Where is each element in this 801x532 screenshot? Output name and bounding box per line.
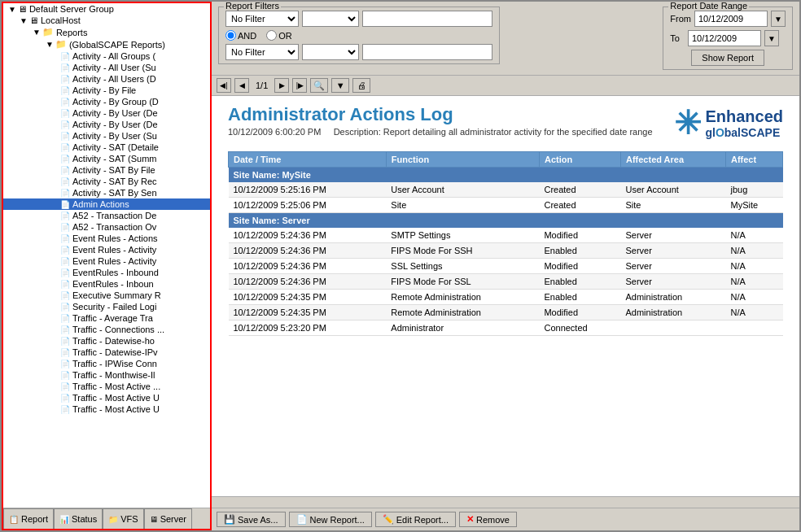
- list-item[interactable]: 📄 Activity - By Group (D: [3, 96, 210, 107]
- list-item[interactable]: 📄 EventRules - Inbound: [3, 267, 210, 278]
- radio-group: AND OR: [225, 30, 492, 41]
- filter2-select1[interactable]: No Filter: [225, 44, 299, 60]
- report-header: Administrator Actions Log 10/12/2009 6:0…: [228, 104, 783, 143]
- list-item[interactable]: 📄 Event Rules - Activity: [3, 244, 210, 255]
- list-item[interactable]: 📄 Traffic - Most Active U: [3, 403, 210, 415]
- nav-next-button[interactable]: ▶: [274, 78, 289, 93]
- list-item[interactable]: 📄 Activity - By File: [3, 85, 210, 96]
- list-item[interactable]: 📄 Traffic - Average Tra: [3, 312, 210, 324]
- filter2-select2[interactable]: [302, 44, 359, 60]
- table-header-row: Date / Time Function Action Affected Are…: [229, 152, 783, 168]
- radio-or-label[interactable]: OR: [266, 30, 292, 41]
- horizontal-scrollbar[interactable]: [212, 496, 799, 508]
- list-item[interactable]: 📄 Activity - By User (De: [3, 107, 210, 119]
- show-report-button[interactable]: Show Report: [691, 50, 764, 66]
- report-file-icon: 📄: [60, 75, 70, 84]
- report-file-icon: 📄: [60, 394, 70, 403]
- radio-or[interactable]: [266, 30, 277, 41]
- table-row: 10/12/2009 5:24:36 PM FIPS Mode For SSH …: [229, 243, 783, 259]
- list-item[interactable]: 📄 Activity - By User (Su: [3, 130, 210, 142]
- table-row: 10/12/2009 5:24:36 PM SSL Settings Modif…: [229, 259, 783, 274]
- report-file-icon: 📄: [60, 280, 70, 289]
- filter-group-title: Report Filters: [224, 2, 281, 11]
- list-item[interactable]: 📄 A52 - Transaction Ov: [3, 221, 210, 233]
- filter1-input[interactable]: [362, 11, 492, 27]
- list-item[interactable]: 📄 Security - Failed Logi: [3, 301, 210, 312]
- vfs-tab-icon: 📁: [108, 515, 118, 524]
- list-item[interactable]: 📄 EventRules - Inboun: [3, 278, 210, 290]
- list-item[interactable]: 📄 Activity - SAT By Sen: [3, 187, 210, 198]
- report-file-icon: 📄: [60, 120, 70, 129]
- list-item[interactable]: 📄 Traffic - Most Active ...: [3, 381, 210, 392]
- list-item[interactable]: 📄 A52 - Transaction De: [3, 210, 210, 221]
- col-affected-area: Affected Area: [620, 152, 725, 168]
- list-item[interactable]: 📄 Activity - SAT By File: [3, 164, 210, 176]
- filter-row-1: No Filter: [225, 11, 492, 27]
- localhost-icon: 🖥: [29, 15, 38, 25]
- tab-status[interactable]: 📊 Status: [54, 508, 103, 529]
- main-window: ▼ 🖥 Default Server Group ▼ 🖥 LocalHost ▼…: [0, 0, 801, 532]
- date-from-input[interactable]: [694, 11, 768, 27]
- nav-last-button[interactable]: |▶: [292, 78, 307, 93]
- tree-area[interactable]: ▼ 🖥 Default Server Group ▼ 🖥 LocalHost ▼…: [3, 3, 210, 508]
- list-item[interactable]: 📄 Event Rules - Actions: [3, 233, 210, 244]
- col-action: Action: [539, 152, 620, 168]
- tree-reports[interactable]: ▼ 📁 Reports: [3, 26, 210, 38]
- star-icon: ✳: [674, 104, 702, 142]
- new-report-button[interactable]: 📄 New Report...: [289, 512, 372, 527]
- radio-and-label[interactable]: AND: [225, 30, 256, 41]
- filter1-select1[interactable]: No Filter: [225, 11, 299, 27]
- report-file-icon-selected: 📄: [60, 200, 70, 209]
- remove-button[interactable]: ✕ Remove: [459, 512, 517, 527]
- list-item[interactable]: 📄 Event Rules - Activity: [3, 255, 210, 267]
- list-item[interactable]: 📄 Traffic - Monthwise-Il: [3, 369, 210, 381]
- nav-prev-button[interactable]: ◀: [234, 78, 249, 93]
- report-meta: 10/12/2009 6:00:20 PM Description: Repor…: [228, 127, 653, 137]
- list-item[interactable]: 📄 Executive Summary R: [3, 290, 210, 301]
- list-item[interactable]: 📄 Activity - SAT (Detaile: [3, 142, 210, 153]
- edit-report-icon: ✏️: [383, 514, 394, 525]
- list-item[interactable]: 📄 Traffic - Datewise-ho: [3, 335, 210, 347]
- date-from-dropdown[interactable]: ▼: [771, 11, 786, 27]
- date-to-dropdown[interactable]: ▼: [764, 30, 779, 46]
- tree-root[interactable]: ▼ 🖥 Default Server Group: [3, 3, 210, 15]
- table-row: 10/12/2009 5:23:20 PM Administrator Conn…: [229, 321, 783, 336]
- date-to-input[interactable]: [688, 30, 761, 46]
- print-button[interactable]: 🖨: [352, 78, 370, 93]
- report-file-icon: 📄: [60, 268, 70, 277]
- tab-server[interactable]: 🖥 Server: [144, 508, 192, 529]
- nav-first-button[interactable]: ◀|: [217, 78, 231, 93]
- report-content[interactable]: Administrator Actions Log 10/12/2009 6:0…: [212, 96, 799, 496]
- globalscape-folder-icon: 📁: [55, 39, 67, 50]
- radio-and[interactable]: [225, 30, 236, 41]
- list-item[interactable]: 📄 Traffic - Datewise-IPv: [3, 347, 210, 358]
- list-item[interactable]: 📄 Traffic - IPWise Conn: [3, 358, 210, 369]
- tab-report[interactable]: 📋 Report: [3, 508, 54, 529]
- report-file-icon: 📄: [60, 52, 70, 61]
- list-item[interactable]: 📄 Activity - By User (De: [3, 119, 210, 130]
- report-table: Date / Time Function Action Affected Are…: [228, 151, 783, 336]
- list-item[interactable]: 📄 Traffic - Most Active U: [3, 392, 210, 403]
- filter1-select2[interactable]: [302, 11, 359, 27]
- new-report-icon: 📄: [296, 514, 308, 525]
- report-file-icon: 📄: [60, 382, 70, 391]
- list-item[interactable]: 📄 Activity - All Users (D: [3, 73, 210, 85]
- report-file-icon: 📄: [60, 257, 70, 266]
- filter2-input[interactable]: [362, 44, 492, 60]
- left-panel: ▼ 🖥 Default Server Group ▼ 🖥 LocalHost ▼…: [2, 2, 212, 530]
- zoom-button[interactable]: ▼: [331, 78, 349, 93]
- tree-item-admin-actions[interactable]: 📄 Admin Actions: [3, 198, 210, 210]
- list-item[interactable]: 📄 Activity - All User (Su: [3, 62, 210, 73]
- tree-globalscape-reports[interactable]: ▼ 📁 (GlobalSCAPE Reports): [3, 38, 210, 50]
- list-item[interactable]: 📄 Activity - SAT (Summ: [3, 153, 210, 164]
- list-item[interactable]: 📄 Activity - SAT By Rec: [3, 176, 210, 187]
- tab-vfs[interactable]: 📁 VFS: [103, 508, 143, 529]
- list-item[interactable]: 📄 Traffic - Connections ...: [3, 324, 210, 335]
- filter-row-2: No Filter: [225, 44, 492, 60]
- list-item[interactable]: 📄 Activity - All Groups (: [3, 50, 210, 62]
- save-as-button[interactable]: 💾 Save As...: [217, 512, 286, 527]
- tree-localhost[interactable]: ▼ 🖥 LocalHost: [3, 15, 210, 26]
- edit-report-button[interactable]: ✏️ Edit Report...: [375, 512, 456, 527]
- date-range-title: Report Date Range: [668, 2, 749, 11]
- search-button[interactable]: 🔍: [310, 78, 328, 93]
